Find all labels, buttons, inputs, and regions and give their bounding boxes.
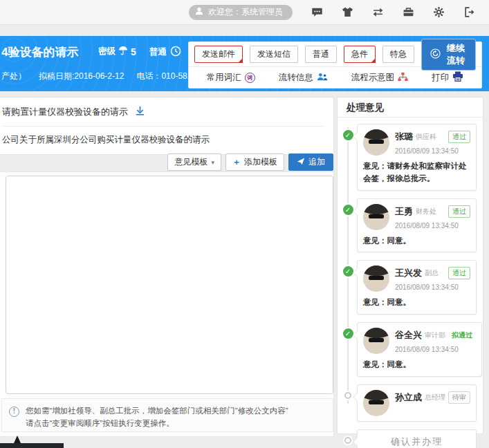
approver-dept: 副总 — [425, 268, 439, 278]
briefcase-icon[interactable] — [403, 6, 414, 18]
user-icon — [194, 6, 204, 18]
check-icon: ✓ — [343, 328, 353, 339]
approver-dept: 审计部 — [425, 330, 445, 340]
action-buttons-row: 发送邮件 发送短信 普通 急件 特急 继续流转 — [189, 42, 481, 67]
status-badge: 通过 — [448, 131, 470, 143]
urgency-level: 普通 — [149, 46, 181, 59]
download-icon[interactable] — [135, 106, 145, 118]
opinion-row: ✓ 张璐 供应科 通过 2016/08/09 13:34:50 — [339, 124, 477, 191]
topbar: 欢迎您：系统管理员 — [0, 0, 489, 25]
status-badge: 通过 — [448, 205, 470, 218]
opinion-date: 2016/08/09 13:34:50 — [395, 222, 470, 230]
notice-line2: 请点击“变更审阅顺序”按钮执行变更操作。 — [26, 417, 288, 429]
append-button[interactable]: 追加 — [288, 153, 333, 171]
check-icon: ✓ — [343, 205, 353, 215]
welcome-text: 欢迎您：系统管理员 — [208, 6, 283, 18]
approver-dept: 供应科 — [416, 132, 436, 142]
status-badge: 拟通过 — [448, 330, 476, 341]
priority-extra-urgent-button[interactable]: 特急 — [382, 46, 414, 63]
document-meta: 产处） 拟稿日期:2016-06-2-12 电话：010-581112568 — [1, 71, 219, 82]
plus-icon: ＋ — [232, 156, 241, 168]
sitemap-icon — [398, 72, 408, 84]
settings-icon[interactable] — [433, 6, 445, 18]
status-badge: 通过 — [448, 267, 470, 279]
check-icon: ✓ — [343, 130, 353, 140]
approver-dept: 总经理 — [425, 393, 445, 402]
clock-icon — [170, 46, 181, 59]
opinion-row: ✓ 王兴发 副总 通过 2016/08/09 13:34:50 — [339, 260, 477, 315]
send-sms-button[interactable]: 发送短信 — [250, 46, 298, 63]
meta-dept: 产处） — [1, 71, 26, 82]
welcome-pill[interactable]: 欢迎您：系统管理员 — [189, 5, 293, 20]
opinion-toolbar: 意见模板 ▾ ＋ 添加模板 追加 — [0, 153, 333, 171]
opinion-row: ✓ 王勇 财务处 通过 2016/08/09 13:34:50 — [339, 198, 477, 253]
printer-icon — [452, 71, 463, 84]
clothes-icon[interactable] — [342, 6, 353, 18]
add-template-button[interactable]: ＋ 添加模板 — [225, 153, 284, 171]
opinion-input[interactable] — [6, 176, 333, 394]
avatar — [363, 204, 389, 230]
opinion-date: 2016/08/09 13:34:50 — [395, 147, 470, 155]
action-panel: 发送邮件 发送短信 普通 急件 特急 继续流转 常用词汇 词 流转信 — [188, 41, 482, 88]
security-level: 密级 5 — [98, 46, 136, 57]
app-screen: 欢迎您：系统管理员 4验设备的请示 密级 5 — [0, 0, 489, 448]
cursor-icon — [14, 436, 21, 443]
refresh-icon — [430, 48, 441, 61]
opinion-date: 2016/08/09 13:34:50 — [395, 346, 476, 353]
priority-normal-button[interactable]: 普通 — [305, 46, 337, 63]
flow-info-link[interactable]: 流转信息 — [279, 72, 328, 84]
attachment-title: 请购置计量仪器校验设备的请示 — [2, 106, 128, 118]
tooltip-remnant — [0, 443, 64, 448]
approver-name: 孙立成 — [395, 391, 422, 404]
priority-urgent-button[interactable]: 急件 — [344, 46, 376, 63]
opinion-template-dropdown[interactable]: 意见模板 ▾ — [167, 153, 221, 171]
document-subject: 公司关于所属深圳分公司购买计量仪器校验设备的请示 — [2, 127, 325, 154]
opinion-comment: 意见：同意。 — [363, 235, 470, 248]
opinion-card: 王勇 财务处 通过 2016/08/09 13:34:50 意见：同意。 — [357, 198, 477, 253]
pending-dot-icon — [344, 392, 351, 399]
opinion-date: 2016/08/09 13:34:50 — [395, 283, 470, 291]
append-icon — [297, 157, 305, 167]
opinions-panel: 处理意见 ✓ 张璐 供应科 通过 2016/08/09 — [337, 97, 483, 434]
confirm-step: 确认并办理 — [357, 429, 477, 448]
send-email-button[interactable]: 发送邮件 — [194, 46, 243, 63]
opinion-card: 王兴发 副总 通过 2016/08/09 13:34:50 意见：同意。 — [357, 260, 477, 315]
umbrella-icon — [118, 46, 128, 57]
meta-draft-date: 拟稿日期:2016-06-2-12 — [39, 71, 124, 82]
chevron-down-icon: ▾ — [211, 159, 214, 166]
opinion-comment: 意见：同意。 — [363, 297, 470, 309]
status-badge: 待审 — [448, 391, 470, 404]
opinions-title: 处理意见 — [338, 97, 483, 118]
opinion-comment: 意见：请财务处和监察审计处会签，报徐总批示。 — [363, 160, 470, 185]
people-icon — [317, 72, 328, 84]
approver-dept: 财务处 — [416, 207, 436, 216]
approver-name: 谷全兴 — [395, 329, 422, 342]
logout-icon[interactable] — [463, 6, 475, 18]
check-icon: ✓ — [343, 266, 353, 277]
transfer-icon[interactable] — [372, 6, 384, 18]
document-header: 4验设备的请示 密级 5 普通 产处） 拟稿日期:2016-06-2-12 电话… — [0, 36, 489, 91]
approver-name: 王勇 — [395, 205, 413, 218]
approver-name: 张璐 — [395, 131, 413, 143]
avatar — [363, 265, 389, 292]
continue-flow-button[interactable]: 继续流转 — [421, 39, 476, 71]
opinion-row: 孙立成 总经理 待审 — [339, 384, 477, 422]
print-link[interactable]: 打印 — [432, 71, 463, 84]
message-icon[interactable] — [311, 6, 323, 18]
opinion-card: 孙立成 总经理 待审 — [357, 384, 477, 422]
opinion-comment: 意见：同意。 — [363, 359, 476, 371]
opinion-row: ✓ 谷全兴 审计部 拟通过 2016/08/09 13:34:50 — [339, 322, 477, 377]
notice-box: ! 您如需“增加社领导、副总工批示，增加会签部门或相关部门”修改公文内容” 请点… — [1, 398, 333, 432]
document-info-card: 请购置计量仪器校验设备的请示 公司关于所属深圳分公司购买计量仪器校验设备的请示 — [0, 97, 334, 155]
common-words-link[interactable]: 常用词汇 词 — [207, 72, 255, 84]
approver-name: 王兴发 — [395, 267, 422, 279]
flow-diagram-link[interactable]: 流程示意图 — [351, 72, 409, 84]
confirm-row: 确认并办理 — [339, 429, 477, 448]
opinion-card: 张璐 供应科 通过 2016/08/09 13:34:50 意见：请财务处和监察… — [357, 124, 477, 191]
avatar — [363, 328, 389, 354]
opinion-card: 谷全兴 审计部 拟通过 2016/08/09 13:34:50 意见：同意。 — [357, 322, 482, 377]
action-links-row: 常用词汇 词 流转信息 流程示意图 打印 — [189, 67, 481, 88]
pending-dot-icon — [344, 437, 351, 444]
word-circle-icon: 词 — [245, 73, 255, 83]
avatar — [363, 390, 389, 416]
